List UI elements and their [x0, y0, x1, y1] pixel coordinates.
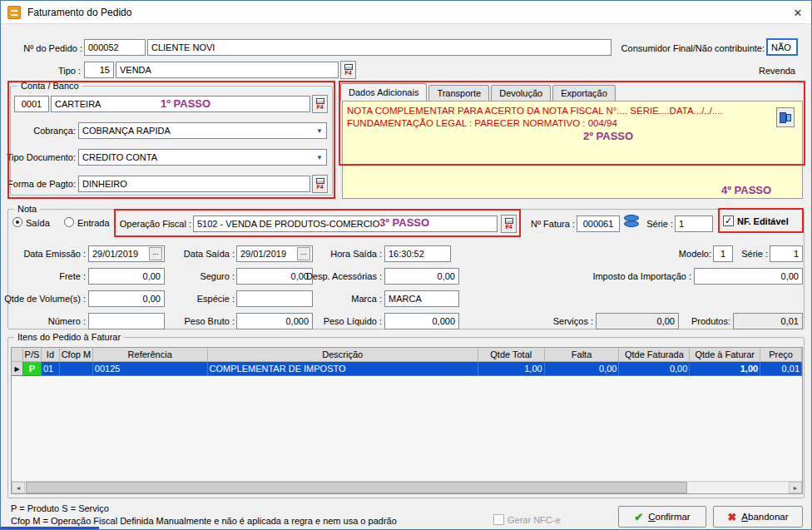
- header-preco[interactable]: Preço: [760, 348, 802, 362]
- pedido-input[interactable]: 000052: [84, 39, 146, 56]
- servicos-label: Serviços :: [540, 316, 593, 326]
- operacao-fiscal-input[interactable]: 5102 - VENDA DE PRODUTOS-COMERCIO: [193, 215, 498, 232]
- peso-bruto-input[interactable]: 0,000: [236, 313, 313, 329]
- titlebar: Faturamento do Pedido ✕: [1, 1, 811, 24]
- tipo-label: Tipo :: [34, 66, 81, 76]
- calendar-picker-button[interactable]: ...: [149, 247, 162, 260]
- numero-input[interactable]: [88, 313, 165, 329]
- data-emissao-label: Data Emissão :: [21, 249, 86, 259]
- especie-label: Espécie :: [181, 294, 235, 304]
- cliente-input[interactable]: CLIENTE NOVI: [147, 39, 611, 56]
- app-icon: [7, 6, 21, 19]
- tipo-code-input[interactable]: 15: [84, 62, 114, 78]
- header-qtde-a-faturar[interactable]: Qtde à Faturar: [690, 348, 760, 362]
- header-ps[interactable]: P/S: [23, 348, 42, 362]
- imposto-importacao-input[interactable]: 0,00: [694, 268, 803, 285]
- cobranca-label: Cobrança:: [12, 126, 76, 136]
- desp-acessorias-label: Desp. Acessórias :: [302, 271, 382, 281]
- cell-qtde-total: 1,00: [478, 362, 545, 376]
- data-saida-input[interactable]: 29/01/2019 ...: [236, 245, 313, 262]
- nf-editavel-checkbox[interactable]: ✓: [723, 215, 734, 226]
- header-falta[interactable]: Falta: [545, 348, 620, 362]
- chevron-down-icon: ▼: [316, 127, 323, 135]
- calendar-picker-button[interactable]: ...: [297, 247, 310, 260]
- cell-qtde-faturada: 0,00: [619, 362, 690, 376]
- serie2-input[interactable]: 1: [770, 245, 803, 262]
- header-descricao[interactable]: Descrição: [208, 348, 478, 362]
- chevron-down-icon: ▼: [316, 154, 323, 161]
- header-qtde-total[interactable]: Qtde Total: [478, 348, 545, 362]
- imposto-importacao-label: Imposto da Importação :: [558, 271, 691, 281]
- peso-liquido-label: Peso Líquido :: [320, 316, 382, 326]
- forma-pagto-input[interactable]: DINHEIRO: [78, 176, 310, 192]
- faturamento-dialog: Faturamento do Pedido ✕ Nº do Pedido : 0…: [0, 0, 812, 530]
- tab-devolucao[interactable]: Devolução: [491, 85, 551, 101]
- window-title: Faturamento do Pedido: [27, 7, 131, 18]
- cell-falta: 0,00: [545, 362, 620, 376]
- cell-descricao: COMPLEMENTAR DE IMPOSTO: [208, 362, 478, 376]
- tab-exportacao[interactable]: Exportação: [552, 85, 616, 101]
- frete-label: Frete :: [34, 271, 86, 281]
- table-empty-area: [12, 376, 802, 481]
- forma-pagto-label: Forma de Pagto:: [6, 179, 76, 189]
- especie-input[interactable]: [236, 290, 313, 307]
- forma-pagto-f4-button[interactable]: F4: [312, 175, 328, 193]
- peso-liquido-input[interactable]: 0,000: [384, 313, 459, 329]
- passo4-text: 4º PASSO: [721, 184, 771, 196]
- gerar-nfce-label: Gerar NFC-e: [508, 515, 561, 525]
- cell-referencia: 00125: [93, 362, 208, 376]
- confirmar-button[interactable]: ✔ Confirmar: [618, 506, 706, 528]
- data-saida-label: Data Saída :: [181, 249, 235, 259]
- fatura-icon[interactable]: [623, 214, 640, 229]
- serie-input[interactable]: 1: [675, 215, 713, 232]
- scroll-left-icon[interactable]: ◄: [12, 482, 25, 493]
- frete-input[interactable]: 0,00: [88, 268, 165, 285]
- tipo-documento-label: Tipo Documento:: [6, 152, 76, 162]
- marca-input[interactable]: MARCA: [384, 290, 459, 307]
- tipo-documento-select[interactable]: CREDITO CONTA ▼: [78, 149, 327, 166]
- desp-acessorias-input[interactable]: 0,00: [384, 268, 459, 285]
- tipo-f4-button[interactable]: F4: [340, 61, 356, 79]
- gerar-nfce-checkbox[interactable]: [493, 514, 504, 525]
- saida-label: Saída: [26, 218, 50, 228]
- header-cfop[interactable]: Cfop M: [60, 348, 93, 362]
- conta-code-input[interactable]: 0001: [14, 96, 49, 112]
- tab-transporte[interactable]: Transporte: [428, 85, 489, 101]
- nf-editavel-label: NF. Editável: [737, 216, 789, 226]
- scroll-right-icon[interactable]: ►: [789, 482, 802, 493]
- revenda-label: Revenda: [733, 66, 795, 76]
- table-row[interactable]: ▶ P 01 00125 COMPLEMENTAR DE IMPOSTO 1,0…: [12, 362, 802, 376]
- conta-f4-button[interactable]: F4: [312, 95, 328, 113]
- tipo-input[interactable]: VENDA: [116, 62, 339, 78]
- header-referencia[interactable]: Referência: [93, 348, 208, 362]
- memo-detail-button[interactable]: [776, 107, 795, 127]
- memo-line1: NOTA COMPLEMENTAR PARA ACERTO DA NOTA FI…: [347, 106, 723, 116]
- qtde-volumes-input[interactable]: 0,00: [88, 290, 165, 307]
- close-icon[interactable]: ✕: [785, 1, 811, 24]
- cell-qtde-a-faturar: 1,00: [690, 362, 760, 376]
- horizontal-scrollbar[interactable]: ◄ ►: [12, 481, 802, 493]
- itens-title: Itens do Pedido à Faturar: [14, 332, 124, 342]
- saida-radio[interactable]: [12, 217, 22, 227]
- consumidor-input[interactable]: NÃO: [766, 38, 798, 56]
- tab-dados-adicionais[interactable]: Dados Adicionais: [340, 83, 427, 101]
- entrada-radio[interactable]: [64, 217, 74, 227]
- seguro-label: Seguro :: [181, 271, 235, 281]
- cell-id: 01: [42, 362, 60, 376]
- hora-saida-input[interactable]: 16:30:52: [384, 245, 451, 262]
- fatura-input[interactable]: 000061: [577, 215, 620, 232]
- header-id[interactable]: Id: [42, 348, 60, 362]
- passo1-text: 1º PASSO: [161, 97, 210, 110]
- scrollbar-thumb[interactable]: [26, 482, 687, 493]
- abandonar-button[interactable]: ✖ Abandonar: [713, 506, 803, 528]
- data-emissao-input[interactable]: 29/01/2019 ...: [88, 245, 165, 262]
- header-qtde-faturada[interactable]: Qtde Faturada: [619, 348, 690, 362]
- operacao-f4-button[interactable]: F4: [501, 215, 517, 233]
- header-marker: [12, 348, 23, 362]
- row-marker-icon: ▶: [12, 362, 23, 376]
- passo2-text: 2º PASSO: [583, 130, 633, 142]
- servicos-field: 0,00: [596, 313, 679, 329]
- modelo-input[interactable]: 1: [713, 245, 733, 262]
- cross-icon: ✖: [727, 511, 736, 523]
- cobranca-select[interactable]: COBRANÇA RAPIDA ▼: [78, 122, 327, 139]
